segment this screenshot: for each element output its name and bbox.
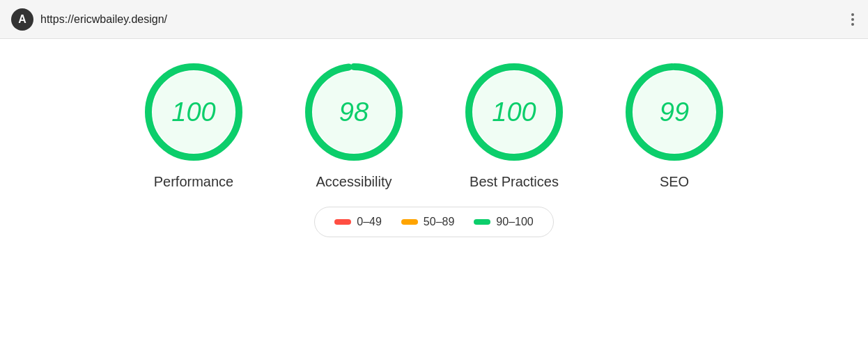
legend-item-green: 90–100 <box>474 216 533 228</box>
favicon-icon: A <box>11 8 33 31</box>
main-content: 100 Performance 98 Accessibility <box>0 39 868 237</box>
legend-label-orange: 50–89 <box>424 216 455 228</box>
score-card-best-practices: 100 Best Practices <box>462 60 566 190</box>
score-card-performance: 100 Performance <box>141 60 246 190</box>
score-label-best-practices: Best Practices <box>470 174 559 190</box>
score-value-accessibility: 98 <box>339 97 369 127</box>
dot-3 <box>851 23 854 26</box>
score-card-seo: 99 SEO <box>622 60 727 190</box>
score-label-performance: Performance <box>154 174 234 190</box>
circle-inner-accessibility: 98 <box>313 71 395 153</box>
legend-label-green: 90–100 <box>496 216 533 228</box>
score-label-accessibility: Accessibility <box>316 174 392 190</box>
circle-best-practices: 100 <box>462 60 566 164</box>
circle-inner-seo: 99 <box>633 71 715 153</box>
legend-dot-green <box>474 219 490 225</box>
address-bar: A https://ericwbailey.design/ <box>0 0 868 39</box>
score-label-seo: SEO <box>660 174 689 190</box>
address-left: A https://ericwbailey.design/ <box>11 8 167 31</box>
circle-performance: 100 <box>141 60 246 164</box>
legend-dot-orange <box>401 219 418 225</box>
circle-accessibility: 98 <box>302 60 406 164</box>
scores-row: 100 Performance 98 Accessibility <box>141 60 727 190</box>
dot-2 <box>851 18 854 21</box>
circle-inner-performance: 100 <box>153 71 235 153</box>
legend-label-red: 0–49 <box>357 216 382 228</box>
more-options-button[interactable] <box>848 10 857 29</box>
score-card-accessibility: 98 Accessibility <box>302 60 406 190</box>
circle-inner-best-practices: 100 <box>473 71 555 153</box>
circle-seo: 99 <box>622 60 727 164</box>
dot-1 <box>851 13 854 16</box>
score-value-performance: 100 <box>171 97 215 127</box>
score-value-seo: 99 <box>660 97 689 127</box>
score-value-best-practices: 100 <box>492 97 536 127</box>
legend: 0–49 50–89 90–100 <box>314 207 553 237</box>
url-text: https://ericwbailey.design/ <box>40 13 167 26</box>
legend-item-red: 0–49 <box>334 216 382 228</box>
legend-dot-red <box>334 219 351 225</box>
legend-item-orange: 50–89 <box>401 216 455 228</box>
